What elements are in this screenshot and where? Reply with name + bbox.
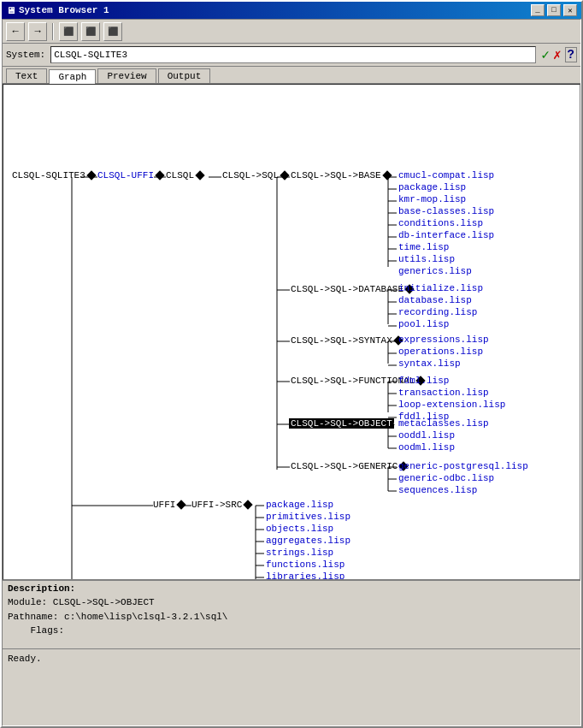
file-utils[interactable]: utils.lisp (397, 254, 456, 264)
node-clsql-uffi-diamond (155, 170, 164, 180)
file-database[interactable]: database.lisp (397, 295, 474, 305)
node-uffi-src[interactable]: UFFI->SRC (190, 500, 252, 510)
tool-button-3[interactable]: ⬛ (103, 22, 122, 41)
help-button[interactable]: ? (565, 47, 577, 62)
file-ooddl[interactable]: ooddl.lisp (397, 430, 456, 441)
system-input[interactable] (50, 46, 536, 63)
file-conditions[interactable]: conditions.lisp (397, 218, 485, 228)
node-object[interactable]: CLSQL->SQL->OBJECT (289, 418, 403, 429)
confirm-button[interactable]: ✓ (541, 46, 550, 63)
file-primitives[interactable]: primitives.lisp (264, 512, 352, 522)
desc-flags-label: Flags: (30, 625, 64, 636)
file-sequences[interactable]: sequences.lisp (397, 485, 479, 495)
file-recording[interactable]: recording.lisp (397, 307, 479, 317)
file-generic-pg[interactable]: generic-postgresql.lisp (397, 461, 530, 471)
node-clsql[interactable]: CLSQL (164, 170, 204, 181)
title-bar: 🖥 System Browser 1 _ □ ✕ (2, 2, 581, 19)
desc-pathname-line: Pathname: c:\home\lisp\clsql-3.2.1\sql\ (8, 610, 575, 624)
graph-canvas: CLSQL-SQLITE3 CLSQL-UFFI CLSQL CLSQL->SQ… (3, 84, 580, 580)
file-fdml[interactable]: fdml.lisp (397, 376, 450, 386)
node-root[interactable]: CLSQL-SQLITE3 (10, 170, 96, 181)
node-base-label: CLSQL->SQL->BASE (289, 170, 383, 181)
node-clsql-sql-label: CLSQL->SQL (221, 170, 280, 181)
desc-module-label: Module: (8, 597, 47, 607)
file-time[interactable]: time.lisp (397, 242, 450, 252)
node-clsql-sql[interactable]: CLSQL->SQL (221, 170, 289, 181)
file-functions[interactable]: functions.lisp (264, 559, 346, 570)
node-root-label: CLSQL-SQLITE3 (10, 170, 87, 181)
file-generics[interactable]: generics.lisp (397, 266, 474, 276)
file-operations[interactable]: operations.lisp (397, 346, 485, 357)
forward-button[interactable]: → (28, 22, 47, 41)
file-kmr-mop[interactable]: kmr-mop.lisp (397, 194, 468, 204)
desc-module-value: CLSQL->SQL->OBJECT (53, 597, 155, 607)
node-generic[interactable]: CLSQL->SQL->GENERIC (289, 461, 408, 471)
node-generic-label: CLSQL->SQL->GENERIC (289, 461, 399, 471)
file-db-interface[interactable]: db-interface.lisp (397, 230, 496, 240)
file-metaclasses[interactable]: metaclasses.lisp (397, 418, 491, 429)
status-bar: Ready. (3, 648, 580, 667)
file-transaction[interactable]: transaction.lisp (397, 388, 491, 398)
file-generic-odbc[interactable]: generic-odbc.lisp (397, 473, 496, 483)
file-expressions[interactable]: expressions.lisp (397, 334, 491, 345)
node-clsql-uffi-label: CLSQL-UFFI (96, 170, 156, 181)
status-text: Ready. (8, 654, 42, 664)
title-bar-icon: 🖥 (6, 5, 15, 16)
node-base[interactable]: CLSQL->SQL->BASE (289, 170, 392, 181)
file-loop-extension[interactable]: loop-extension.lisp (397, 400, 507, 410)
toolbar-separator (52, 23, 54, 40)
minimize-button[interactable]: _ (531, 4, 545, 16)
node-clsql-label: CLSQL (164, 170, 196, 181)
node-clsql-diamond (195, 170, 204, 180)
tool-button-2[interactable]: ⬛ (81, 22, 100, 41)
desc-flags-line: Flags: (8, 624, 575, 638)
file-package-base[interactable]: package.lisp (397, 182, 468, 192)
file-oodml[interactable]: oodml.lisp (397, 442, 456, 453)
tab-preview[interactable]: Preview (97, 68, 156, 83)
main-window: 🖥 System Browser 1 _ □ ✕ ← → ⬛ ⬛ ⬛ Syste… (0, 0, 583, 728)
tab-output[interactable]: Output (158, 68, 211, 83)
node-uffi-diamond (177, 500, 186, 509)
file-pool[interactable]: pool.lisp (397, 319, 450, 329)
back-button[interactable]: ← (6, 22, 25, 41)
node-syntax[interactable]: CLSQL->SQL->SYNTAX (289, 335, 403, 346)
desc-pathname-label: Pathname: (8, 612, 58, 622)
desc-module-line: Module: CLSQL->SQL->OBJECT (8, 595, 575, 610)
cancel-button[interactable]: ✗ (553, 46, 562, 63)
node-base-diamond (382, 170, 392, 180)
file-objects[interactable]: objects.lisp (264, 524, 335, 534)
file-cmucl[interactable]: cmucl-compat.lisp (397, 170, 496, 181)
node-uffi-src-label: UFFI->SRC (190, 500, 244, 510)
file-aggregates[interactable]: aggregates.lisp (264, 536, 352, 546)
node-object-label: CLSQL->SQL->OBJECT (289, 418, 394, 429)
node-uffi[interactable]: UFFI (151, 500, 186, 510)
system-actions: ✓ ✗ ? (541, 46, 577, 63)
node-clsql-sql-diamond (280, 170, 289, 180)
file-strings[interactable]: strings.lisp (264, 547, 335, 558)
file-syntax[interactable]: syntax.lisp (397, 358, 462, 369)
node-uffi-src-diamond (244, 500, 253, 509)
maximize-button[interactable]: □ (547, 4, 561, 16)
tool-button-1[interactable]: ⬛ (59, 22, 78, 41)
toolbar: ← → ⬛ ⬛ ⬛ (3, 20, 580, 44)
tab-text[interactable]: Text (6, 68, 47, 83)
node-clsql-uffi[interactable]: CLSQL-UFFI (96, 170, 164, 181)
file-base-classes[interactable]: base-classes.lisp (397, 206, 496, 216)
close-button[interactable]: ✕ (563, 4, 577, 16)
graph-area: CLSQL-SQLITE3 CLSQL-UFFI CLSQL CLSQL->SQ… (3, 85, 580, 580)
title-bar-text: System Browser 1 (19, 5, 109, 15)
node-database-label: CLSQL->SQL->DATABASE (289, 284, 405, 294)
node-database[interactable]: CLSQL->SQL->DATABASE (289, 284, 414, 294)
file-package-uffi[interactable]: package.lisp (264, 500, 335, 510)
tab-bar: Text Graph Preview Output (3, 67, 580, 84)
description-title: Description: (8, 583, 575, 594)
system-bar: System: ✓ ✗ ? (3, 44, 580, 67)
desc-pathname-value: c:\home\lisp\clsql-3.2.1\sql\ (64, 612, 227, 622)
description-content: Module: CLSQL->SQL->OBJECT Pathname: c:\… (8, 595, 575, 638)
node-root-diamond (86, 170, 96, 180)
node-uffi-label: UFFI (151, 500, 177, 510)
system-label: System: (6, 50, 45, 60)
file-libraries[interactable]: libraries.lisp (264, 571, 346, 580)
tab-graph[interactable]: Graph (49, 69, 96, 84)
file-initialize[interactable]: initialize.lisp (397, 283, 485, 293)
